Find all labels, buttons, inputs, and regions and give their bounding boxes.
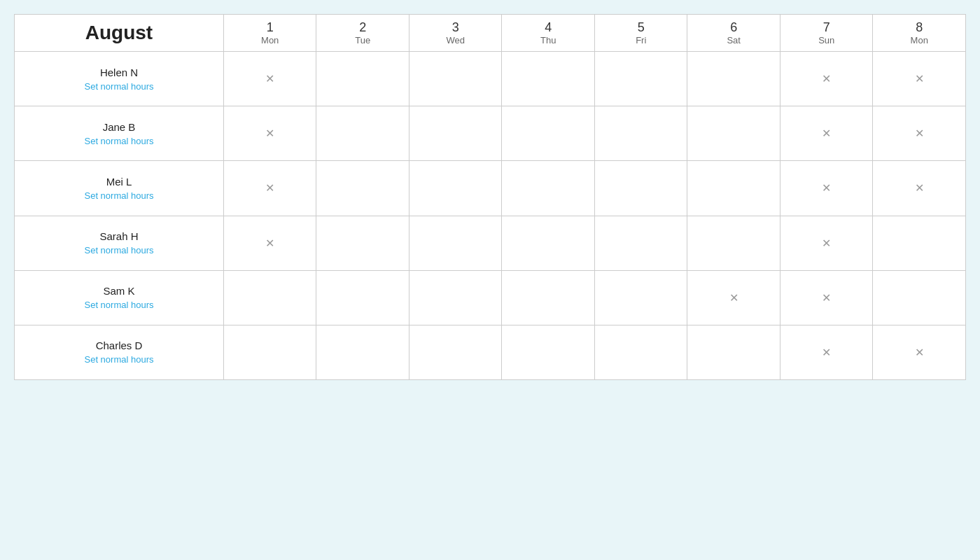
shift-cell-emp5-day6[interactable]: ✕ bbox=[780, 325, 873, 379]
shift-cell-emp0-day6[interactable]: ✕ bbox=[780, 52, 873, 106]
checkmark-icon: ✓ bbox=[876, 302, 962, 318]
shift-cell-emp2-day5[interactable]: 9am7pm✓ bbox=[687, 161, 780, 216]
shift-cell-emp0-day4[interactable]: 9am12pm✓ bbox=[594, 52, 687, 106]
shift-time: 12pm bbox=[629, 69, 652, 80]
shift-cell-emp3-day6[interactable]: ✕ bbox=[780, 216, 873, 270]
shift-cell-emp2-day7[interactable]: ✕ bbox=[873, 161, 966, 216]
checkmark-icon: ✓ bbox=[598, 139, 685, 155]
cross-icon: ✕ bbox=[822, 127, 831, 139]
shift-cell-emp4-day5[interactable]: ✕ bbox=[687, 270, 780, 325]
shift-time: 9am bbox=[540, 222, 557, 232]
shift-cell-emp3-day5[interactable]: 9am7pm✓ bbox=[687, 216, 780, 270]
set-normal-hours-link[interactable]: Set normal hours bbox=[18, 245, 220, 255]
shift-cell-emp3-day0[interactable]: ✕ bbox=[223, 216, 316, 270]
shift-time: 5pm bbox=[447, 124, 464, 134]
shift-time: 5pm bbox=[354, 124, 372, 134]
shift-cell-emp1-day0[interactable]: ✕ bbox=[223, 106, 316, 161]
cross-icon: ✕ bbox=[915, 73, 924, 85]
shift-cell-emp0-day1[interactable]: 9am12pm✓ bbox=[316, 52, 410, 106]
shift-cell-emp3-day3[interactable]: 9am5pm✓ bbox=[502, 216, 595, 270]
shift-cell-emp4-day7[interactable]: 9am5pm✓ bbox=[873, 270, 966, 325]
shift-cell-emp2-day1[interactable]: 9am5pm✓ bbox=[316, 161, 410, 216]
shift-cell-emp4-day0[interactable]: 9am5pm✓ bbox=[223, 270, 316, 325]
cross-icon: ✕ bbox=[915, 346, 924, 358]
shift-time: 7pm bbox=[632, 233, 650, 244]
employee-name: Mei L bbox=[18, 176, 220, 188]
shift-time: 5pm bbox=[354, 288, 372, 299]
shift-cell-emp1-day5[interactable]: 9am7pm✓ bbox=[687, 106, 780, 161]
shift-cell-emp0-day3[interactable]: 9am12pm✓ bbox=[502, 52, 595, 106]
employee-cell-4: Sam K Set normal hours bbox=[15, 270, 224, 325]
shift-time: 5pm bbox=[540, 124, 557, 134]
shift-time: 7pm bbox=[632, 178, 650, 189]
shift-time: 9am bbox=[354, 331, 372, 342]
employee-cell-0: Helen N Set normal hours bbox=[15, 52, 224, 106]
shift-cell-emp2-day6[interactable]: ✕ bbox=[780, 161, 873, 216]
employee-name: Helen N bbox=[18, 66, 220, 78]
shift-cell-emp3-day2[interactable]: 9am5pm✓ bbox=[409, 216, 502, 270]
shift-cell-emp1-day6[interactable]: ✕ bbox=[780, 106, 873, 161]
shift-time: 9am bbox=[725, 112, 743, 122]
day-header-3: 3 Wed bbox=[409, 15, 502, 52]
cross-icon: ✕ bbox=[265, 237, 274, 249]
shift-cell-emp4-day4[interactable]: 9am5pm✓ bbox=[594, 270, 687, 325]
checkmark-icon: ✓ bbox=[319, 358, 406, 374]
shift-cell-emp5-day7[interactable]: ✕ bbox=[873, 325, 966, 379]
set-normal-hours-link[interactable]: Set normal hours bbox=[18, 190, 220, 201]
cross-icon: ✕ bbox=[822, 237, 831, 249]
shift-cell-emp0-day5[interactable]: 9am5pm✓ bbox=[687, 52, 780, 106]
checkmark-icon: ✓ bbox=[319, 139, 406, 155]
shift-time: 9am bbox=[725, 167, 743, 177]
cross-icon: ✕ bbox=[915, 182, 924, 194]
shift-cell-emp5-day0[interactable]: 9am5pm✓ bbox=[223, 325, 316, 379]
shift-cell-emp0-day0[interactable]: ✕ bbox=[223, 52, 316, 106]
set-normal-hours-link[interactable]: Set normal hours bbox=[18, 136, 220, 146]
shift-time: 9am bbox=[540, 276, 557, 287]
shift-cell-emp2-day3[interactable]: 9am5pm✓ bbox=[502, 161, 595, 216]
day-header-8: 8 Mon bbox=[873, 15, 966, 52]
shift-time: 9am bbox=[632, 112, 650, 122]
shift-cell-emp5-day4[interactable]: 9am5pm✓ bbox=[594, 325, 687, 379]
shift-cell-emp3-day7[interactable]: 9am5pm✓ bbox=[873, 216, 966, 270]
shift-cell-emp1-day1[interactable]: 9am5pm✓ bbox=[316, 106, 410, 161]
shift-time: 5pm bbox=[540, 288, 557, 299]
shift-time: 5pm bbox=[261, 343, 279, 354]
shift-cell-emp5-day1[interactable]: 9am5pm✓ bbox=[316, 325, 410, 379]
shift-cell-emp2-day2[interactable]: 9am5pm✓ bbox=[409, 161, 502, 216]
shift-cell-emp4-day2[interactable]: 9am5pm✓ bbox=[409, 270, 502, 325]
checkmark-icon: ✓ bbox=[505, 302, 592, 318]
shift-cell-emp1-day7[interactable]: ✕ bbox=[873, 106, 966, 161]
day-header-1: 1 Mon bbox=[223, 15, 316, 52]
shift-cell-emp5-day3[interactable]: 9am7pm✓ bbox=[502, 325, 595, 379]
shift-time: 5pm bbox=[911, 233, 928, 244]
month-header: August bbox=[15, 15, 224, 52]
shift-cell-emp1-day2[interactable]: 9am5pm✓ bbox=[409, 106, 502, 161]
shift-cell-emp1-day4[interactable]: 9am7pm✓ bbox=[594, 106, 687, 161]
checkmark-icon: ✓ bbox=[227, 302, 314, 318]
set-normal-hours-link[interactable]: Set normal hours bbox=[18, 354, 220, 365]
shift-cell-emp4-day3[interactable]: 9am5pm✓ bbox=[502, 270, 595, 325]
set-normal-hours-link[interactable]: Set normal hours bbox=[18, 300, 220, 310]
shift-time: 7pm bbox=[540, 343, 557, 354]
shift-cell-emp5-day5[interactable]: 9am5pm✓ bbox=[687, 325, 780, 379]
shift-time: 7pm bbox=[725, 178, 743, 189]
shift-cell-emp3-day1[interactable]: 9am5pm✓ bbox=[316, 216, 410, 270]
checkmark-icon: ✓ bbox=[505, 358, 592, 374]
shift-time: 9am bbox=[354, 222, 372, 232]
set-normal-hours-link[interactable]: Set normal hours bbox=[18, 81, 220, 92]
shift-cell-emp4-day6[interactable]: ✕ bbox=[780, 270, 873, 325]
shift-time: 9am bbox=[725, 57, 743, 68]
shift-cell-emp0-day7[interactable]: ✕ bbox=[873, 52, 966, 106]
employee-cell-5: Charles D Set normal hours bbox=[15, 325, 224, 379]
shift-time: 12pm bbox=[444, 69, 467, 80]
shift-cell-emp0-day2[interactable]: 9am12pm✓ bbox=[409, 52, 502, 106]
shift-cell-emp2-day0[interactable]: ✕ bbox=[223, 161, 316, 216]
shift-time: 9am bbox=[447, 167, 464, 177]
shift-time: 12pm bbox=[537, 69, 560, 80]
shift-cell-emp2-day4[interactable]: 9am7pm✓ bbox=[594, 161, 687, 216]
shift-cell-emp5-day2[interactable]: 9am5pm✓ bbox=[409, 325, 502, 379]
shift-cell-emp3-day4[interactable]: 9am7pm✓ bbox=[594, 216, 687, 270]
shift-cell-emp1-day3[interactable]: 9am5pm✓ bbox=[502, 106, 595, 161]
shift-cell-emp4-day1[interactable]: 9am5pm✓ bbox=[316, 270, 410, 325]
shift-time: 9am bbox=[447, 112, 464, 122]
